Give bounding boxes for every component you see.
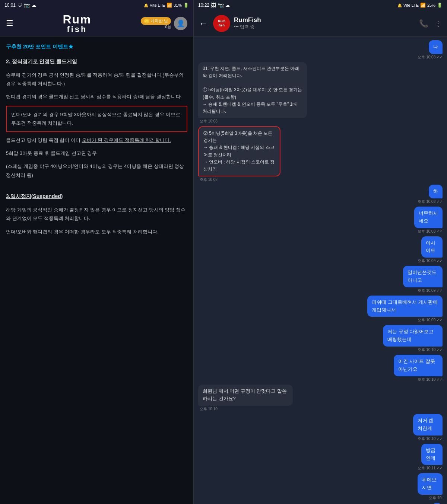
message-time: 오후 10:09 ✓✓ bbox=[418, 258, 443, 264]
chat-avatar: Rumfish bbox=[213, 15, 230, 32]
chat-status: ••• 입력 중 bbox=[234, 24, 415, 30]
message-bubble: 일이년쓴것도아니고 bbox=[403, 266, 443, 287]
more-options-button[interactable]: ⋮ bbox=[434, 19, 442, 28]
content-para6: 해당 게임의 공식적인 승패가 결정되지 않은 경우 이므로 정지선고 당시의 … bbox=[6, 205, 187, 223]
content-para2: 핸디캡 경기의 경우 콜드게임 선고 당시의 점수를 적용하여 승/패 팀을 결… bbox=[6, 92, 187, 101]
chat-info: RumFish ••• 입력 중 bbox=[234, 16, 415, 30]
message-row: ② 5이닝(5회말 3아웃)을 채운 모든 경기는 → 승패 & 핸디캡 : 해… bbox=[198, 126, 443, 182]
message-row: 이사이트 오후 10:09 ✓✓ bbox=[198, 236, 443, 264]
left-content: 구추천 20만 포인트 이벤트★ 2. 정식경기로 인정된 콜드게임 승무패 경… bbox=[0, 36, 193, 504]
message-row: 너무하시네요 오후 10:08 ✓✓ bbox=[198, 207, 443, 234]
content-para3: 콜드선고 당시 양팀 득점 합이 이미 오버가 된 경우에도 적중특례 처리합니… bbox=[6, 136, 187, 144]
message-time: 오후 10: bbox=[429, 495, 443, 501]
message-row: 피쉬때 그대로배껴서 게시판에 개입해나서 오후 10:09 ✓✓ bbox=[198, 296, 443, 323]
message-row: 01. 우천 지연, 콜드, 서스펜디드 관련부분은 아래와 같이 처리됩니다.… bbox=[198, 62, 443, 124]
right-status-bar: 10:22 🖼 📷 ☁ 🔔 Vite LTE 📶 25% 🔋 bbox=[194, 0, 447, 10]
message-time: 오후 10:08 bbox=[198, 177, 218, 182]
message-bubble: 회원님 께서 어떤 규정이 안맞다고 말씀하시는 건가요? bbox=[198, 385, 293, 406]
highlight-text: 언더/오버 경기의 경우 9회말 3아웃까지 정상적으로 종료되지 않은 경우 … bbox=[11, 110, 182, 128]
message-row: 이건 사이트 잘못아닌가요 오후 10:10 ✓✓ bbox=[198, 355, 443, 382]
content-para1: 승무패 경기의 경우 공식 인정된 승/패를 적용하여 승/패 팀을 결정합니다… bbox=[6, 71, 187, 88]
event-banner: 구추천 20만 포인트 이벤트★ bbox=[6, 42, 187, 51]
message-bubble: 저거 캡처한게 bbox=[413, 414, 443, 436]
left-phone: 10:01 🗨 📷 ☁ 🔔 Vite LTE 📶 31% 🔋 ☰ Rum bbox=[0, 0, 194, 504]
message-time: 오후 10:09 ✓✓ bbox=[418, 288, 443, 293]
left-logo: Rum fish bbox=[63, 13, 91, 34]
message-bubble: 나 bbox=[429, 40, 443, 54]
right-phone: 10:22 🖼 📷 ☁ 🔔 Vite LTE 📶 25% 🔋 ← Rumfis bbox=[194, 0, 447, 504]
message-bubble: 방금인데 bbox=[421, 444, 443, 465]
content-para7: 언더/오버와 핸디캡의 경우 어떠한 경우라도 모두 적중특례 처리합니다. bbox=[6, 227, 187, 236]
back-button[interactable]: ← bbox=[199, 18, 208, 29]
message-bubble: 이건 사이트 잘못아닌가요 bbox=[394, 355, 443, 376]
chat-name: RumFish bbox=[234, 16, 415, 24]
highlight-box-underover: 언더/오버 경기의 경우 9회말 3아웃까지 정상적으로 종료되지 않은 경우 … bbox=[6, 106, 187, 132]
content-para5: (스페셜 게임중 야구 4이닝오버/언더와 4이닝의 경우는 4이닝을 채운 상… bbox=[6, 162, 187, 179]
message-time: 오후 10:09 ✓✓ bbox=[418, 318, 443, 323]
message-row: 일이년쓴것도아니고 오후 10:09 ✓✓ bbox=[198, 266, 443, 293]
message-bubble: 01. 우천 지연, 콜드, 서스펜디드 관련부분은 아래와 같이 처리됩니다.… bbox=[198, 62, 307, 118]
message-bubble: 위에보시면 bbox=[418, 473, 443, 495]
points-badge: 🪙 개차반 님 bbox=[141, 17, 171, 25]
message-time: 오후 10:10 ✓✓ bbox=[418, 436, 443, 441]
message-row: 나 오후 10:08 ✓✓ bbox=[198, 40, 443, 60]
call-button[interactable]: 📞 bbox=[419, 19, 428, 28]
message-time: 오후 10:10 bbox=[198, 406, 218, 412]
section-title-suspended: 3.일시정지(Suspended) bbox=[6, 192, 187, 201]
message-bubble: 이사이트 bbox=[421, 236, 443, 258]
message-time: 오후 10:08 ✓✓ bbox=[418, 229, 443, 234]
message-bubble: 하 bbox=[429, 185, 443, 198]
message-time: 오후 10:11 ✓✓ bbox=[418, 466, 443, 471]
left-status-time: 10:01 🗨 📷 ☁ bbox=[4, 2, 36, 8]
chat-header: ← Rumfish RumFish ••• 입력 중 📞 ⋮ bbox=[194, 10, 447, 36]
chat-actions: 📞 ⋮ bbox=[419, 19, 442, 28]
message-row: 저는 규정 다읽어보고배팅했는데 오후 10:10 ✓✓ bbox=[198, 325, 443, 353]
message-time: 오후 10:10 ✓✓ bbox=[418, 377, 443, 382]
chat-area: 나 오후 10:08 ✓✓ 01. 우천 지연, 콜드, 서스펜디드 관련부분은… bbox=[194, 36, 447, 504]
message-row: 저거 캡처한게 오후 10:10 ✓✓ bbox=[198, 414, 443, 441]
left-status-bar: 10:01 🗨 📷 ☁ 🔔 Vite LTE 📶 31% 🔋 bbox=[0, 0, 193, 10]
message-bubble-highlight: ② 5이닝(5회말 3아웃)을 채운 모든 경기는 → 승패 & 핸디캡 : 해… bbox=[198, 126, 280, 176]
content-para4: 5회말 3아웃 종료 후 콜드게임 선고된 경우 bbox=[6, 149, 187, 157]
message-row: 하 오후 10:08 ✓✓ bbox=[198, 185, 443, 204]
message-time: 오후 10:08 ✓✓ bbox=[418, 199, 443, 204]
message-row: 위에보시면 오후 10: bbox=[198, 473, 443, 501]
message-row: 회원님 께서 어떤 규정이 안맞다고 말씀하시는 건가요? 오후 10:10 bbox=[198, 385, 443, 412]
user-avatar[interactable]: 👤 bbox=[174, 17, 187, 30]
hamburger-menu[interactable]: ☰ bbox=[6, 19, 13, 28]
message-bubble: 저는 규정 다읽어보고배팅했는데 bbox=[383, 325, 443, 347]
message-time: 오후 10:08 bbox=[198, 119, 218, 124]
left-header: ☰ Rum fish 🪙 개차반 님 0원 👤 bbox=[0, 10, 193, 36]
message-time: 오후 10:10 ✓✓ bbox=[418, 347, 443, 353]
message-time: 오후 10:08 ✓✓ bbox=[418, 55, 443, 60]
message-row: 방금인데 오후 10:11 ✓✓ bbox=[198, 444, 443, 471]
message-bubble: 너무하시네요 bbox=[414, 207, 443, 228]
message-bubble: 피쉬때 그대로배껴서 게시판에 개입해나서 bbox=[367, 296, 443, 317]
points-value: 0원 bbox=[141, 25, 171, 29]
section-title-cold: 2. 정식경기로 인정된 콜드게임 bbox=[6, 57, 187, 66]
